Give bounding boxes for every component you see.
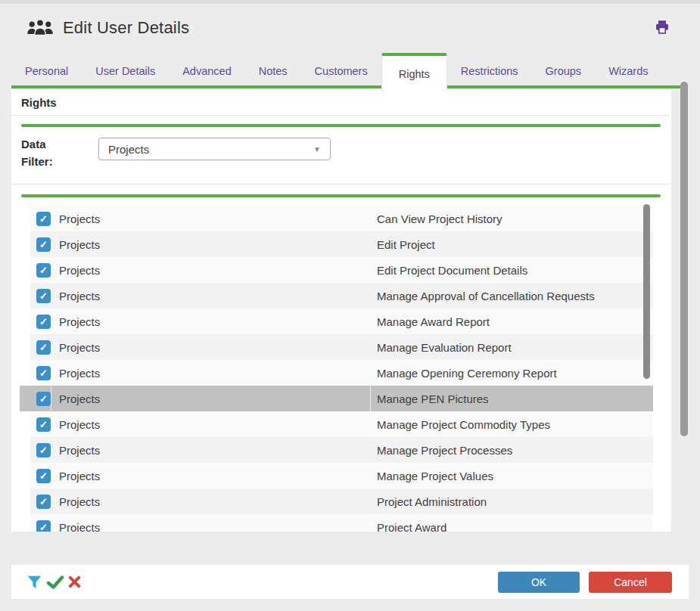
tab-notes[interactable]: Notes bbox=[245, 53, 301, 88]
row-selector-cell bbox=[20, 257, 30, 283]
rights-row[interactable]: ✓ProjectsEdit Project Document Details bbox=[20, 257, 653, 283]
tab-user-details[interactable]: User Details bbox=[82, 53, 169, 88]
rights-row[interactable]: ✓ProjectsManage Approval of Cancellation… bbox=[20, 283, 653, 309]
rights-row[interactable]: ✓ProjectsManage PEN Pictures bbox=[20, 386, 653, 411]
row-selector-cell bbox=[20, 463, 30, 488]
chevron-down-icon: ▼ bbox=[313, 145, 321, 154]
row-right-label: Manage Project Commodity Types bbox=[377, 418, 550, 431]
row-module-label: Projects bbox=[59, 367, 100, 380]
tab-rights[interactable]: Rights bbox=[381, 53, 447, 92]
green-separator bbox=[21, 194, 661, 197]
green-separator bbox=[21, 124, 661, 127]
row-checkbox[interactable]: ✓ bbox=[36, 340, 51, 355]
rights-row[interactable]: ✓ProjectsManage Evaluation Report bbox=[20, 334, 653, 360]
row-selector-cell bbox=[20, 437, 30, 463]
rights-row[interactable]: ✓ProjectsManage Project Commodity Types bbox=[20, 411, 653, 437]
row-module-label: Projects bbox=[59, 392, 100, 405]
tab-restrictions[interactable]: Restrictions bbox=[447, 53, 532, 88]
row-module-label: Projects bbox=[59, 418, 100, 431]
row-right-label: Manage Approval of Cancellation Requests bbox=[377, 290, 595, 302]
cancel-button[interactable]: Cancel bbox=[589, 572, 672, 593]
row-right-label: Manage PEN Pictures bbox=[377, 392, 489, 405]
row-right-label: Project Award bbox=[377, 521, 446, 532]
filter-funnel-icon[interactable] bbox=[26, 574, 42, 591]
rights-row[interactable]: ✓ProjectsManage Award Report bbox=[20, 309, 653, 334]
row-module-label: Projects bbox=[59, 444, 100, 457]
footer-icons bbox=[26, 574, 81, 591]
rights-row[interactable]: ✓ProjectsEdit Project bbox=[20, 231, 653, 257]
tab-advanced[interactable]: Advanced bbox=[169, 53, 245, 88]
section-title: Rights bbox=[21, 96, 57, 109]
row-right-label: Manage Project Processes bbox=[377, 444, 512, 457]
row-checkbox[interactable]: ✓ bbox=[36, 520, 51, 532]
list-scrollbar-thumb[interactable] bbox=[643, 204, 650, 379]
row-right-label: Edit Project Document Details bbox=[377, 264, 527, 277]
row-checkbox[interactable]: ✓ bbox=[36, 469, 51, 483]
row-module-label: Projects bbox=[59, 264, 100, 277]
row-module-label: Projects bbox=[59, 470, 100, 482]
rights-panel: Rights Data Filter: Projects ▼ ✓Projects… bbox=[11, 88, 671, 532]
row-module-label: Projects bbox=[59, 238, 100, 251]
row-checkbox[interactable]: ✓ bbox=[36, 263, 51, 278]
divider bbox=[11, 115, 670, 116]
row-selector-cell bbox=[20, 411, 30, 437]
row-right-label: Manage Opening Ceremony Report bbox=[377, 367, 557, 380]
row-right-label: Manage Project Values bbox=[377, 470, 493, 482]
row-checkbox[interactable]: ✓ bbox=[36, 315, 51, 329]
row-module-label: Projects bbox=[59, 495, 100, 508]
row-checkbox[interactable]: ✓ bbox=[36, 289, 51, 303]
row-selector-cell bbox=[20, 309, 30, 334]
row-right-label: Manage Evaluation Report bbox=[377, 341, 512, 354]
row-checkbox[interactable]: ✓ bbox=[36, 366, 51, 380]
row-selector-cell bbox=[20, 206, 30, 231]
row-module-label: Projects bbox=[59, 521, 100, 532]
rights-row[interactable]: ✓ProjectsCan View Project History bbox=[20, 206, 653, 231]
row-module-label: Projects bbox=[59, 290, 100, 302]
tab-groups[interactable]: Groups bbox=[532, 53, 596, 88]
rights-row[interactable]: ✓ProjectsManage Opening Ceremony Report bbox=[20, 360, 653, 386]
row-checkbox[interactable]: ✓ bbox=[36, 212, 51, 226]
footer-bar: OK Cancel bbox=[11, 565, 689, 599]
uncheck-all-icon[interactable] bbox=[68, 575, 81, 588]
row-right-label: Edit Project bbox=[377, 238, 435, 251]
users-icon bbox=[26, 18, 54, 38]
row-selector-cell bbox=[20, 231, 30, 257]
row-right-label: Manage Award Report bbox=[377, 315, 490, 328]
page-title: Edit User Details bbox=[63, 18, 189, 38]
row-selector-cell bbox=[20, 386, 30, 411]
tab-wizards[interactable]: Wizards bbox=[595, 53, 661, 88]
row-checkbox[interactable]: ✓ bbox=[36, 417, 51, 432]
row-checkbox[interactable]: ✓ bbox=[36, 443, 51, 457]
data-filter-label: Data Filter: bbox=[21, 135, 71, 170]
row-checkbox[interactable]: ✓ bbox=[36, 495, 51, 509]
check-all-icon[interactable] bbox=[46, 575, 64, 590]
row-selector-cell bbox=[20, 514, 30, 532]
row-right-label: Can View Project History bbox=[377, 212, 502, 225]
tab-personal[interactable]: Personal bbox=[11, 53, 82, 88]
row-selector-cell bbox=[20, 334, 30, 360]
ok-button[interactable]: OK bbox=[498, 572, 580, 593]
rights-row[interactable]: ✓ProjectsProject Administration bbox=[20, 488, 653, 514]
data-filter-value: Projects bbox=[108, 143, 149, 156]
footer-buttons: OK Cancel bbox=[498, 572, 672, 593]
data-filter-select[interactable]: Projects ▼ bbox=[98, 138, 331, 160]
row-selector-cell bbox=[20, 360, 30, 386]
row-selector-cell bbox=[20, 283, 30, 309]
tab-bar: PersonalUser DetailsAdvancedNotesCustome… bbox=[11, 53, 689, 88]
rights-row[interactable]: ✓ProjectsProject Award bbox=[20, 514, 653, 532]
tab-customers[interactable]: Customers bbox=[301, 53, 381, 88]
row-module-label: Projects bbox=[59, 341, 100, 354]
dialog-header: Edit User Details bbox=[11, 4, 689, 52]
row-right-label: Project Administration bbox=[377, 495, 487, 508]
page-scrollbar-thumb[interactable] bbox=[680, 82, 688, 436]
row-checkbox[interactable]: ✓ bbox=[36, 392, 51, 406]
rights-list: ✓ProjectsCan View Project History✓Projec… bbox=[20, 206, 653, 532]
row-module-label: Projects bbox=[59, 315, 100, 328]
row-checkbox[interactable]: ✓ bbox=[36, 237, 51, 252]
row-module-label: Projects bbox=[59, 212, 100, 225]
row-selector-cell bbox=[20, 488, 30, 514]
rights-row[interactable]: ✓ProjectsManage Project Values bbox=[20, 463, 653, 488]
rights-row[interactable]: ✓ProjectsManage Project Processes bbox=[20, 437, 653, 463]
print-icon[interactable] bbox=[655, 20, 670, 35]
divider bbox=[11, 184, 670, 185]
